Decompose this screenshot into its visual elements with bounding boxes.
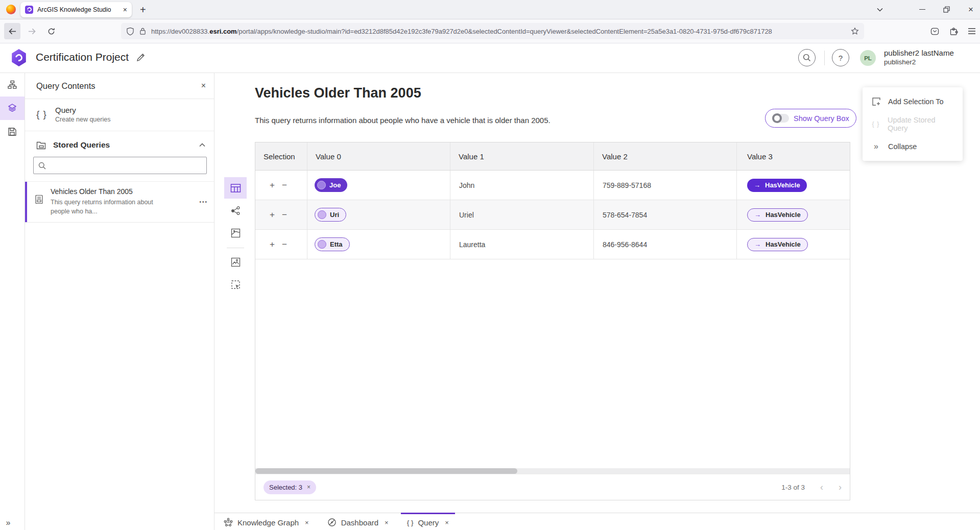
tab-list-chevron-button[interactable] [869, 0, 891, 19]
relationship-pill[interactable]: → HasVehicle [747, 208, 808, 222]
remove-from-selection-button[interactable]: − [282, 210, 287, 219]
tab-close-icon[interactable]: × [385, 519, 389, 526]
dashed-selection-icon [231, 280, 241, 290]
entity-pill[interactable]: Joe [315, 178, 347, 192]
table-view-button[interactable] [224, 177, 247, 199]
firefox-icon[interactable] [6, 5, 16, 14]
chevron-up-icon[interactable] [199, 143, 205, 147]
avatar[interactable]: PL [860, 50, 876, 66]
new-query-item[interactable]: { } Query Create new queries [25, 99, 214, 131]
entity-dot-icon [317, 181, 326, 189]
tab-close-button[interactable]: × [123, 6, 127, 13]
search-icon [38, 162, 46, 170]
entity-dot-icon [318, 210, 326, 219]
selected-count-chip[interactable]: Selected: 3 × [264, 480, 316, 494]
forward-button[interactable] [23, 23, 40, 39]
shield-icon[interactable] [126, 27, 134, 36]
expand-rail-button[interactable]: » [2, 518, 14, 527]
extensions-puzzle-icon[interactable] [945, 23, 962, 39]
add-to-selection-button[interactable]: + [270, 240, 275, 249]
search-input[interactable] [50, 161, 202, 170]
help-button[interactable]: ? [832, 49, 849, 66]
show-query-box-toggle[interactable]: Show Query Box [765, 109, 856, 128]
tab-close-icon[interactable]: × [305, 519, 309, 526]
stored-query-options-button[interactable]: ••• [199, 199, 208, 205]
app-header: Certification Project ? PL publisher2 la… [0, 43, 980, 73]
window-minimize-button[interactable] [911, 0, 934, 19]
add-to-selection-button[interactable]: + [270, 181, 275, 189]
pocket-icon[interactable] [926, 23, 943, 39]
dashboard-icon [327, 518, 337, 527]
menu-item-add-selection-to[interactable]: Add Selection To [863, 90, 963, 113]
url-text[interactable]: https://dev0028833.esri.com/portal/apps/… [151, 28, 846, 35]
sidebar-item-save[interactable] [0, 120, 25, 143]
new-tab-button[interactable]: + [140, 5, 146, 15]
add-to-map-button[interactable] [224, 251, 247, 273]
panel-close-button[interactable]: × [201, 82, 206, 90]
select-region-button[interactable] [224, 274, 247, 295]
user-username: publisher2 [884, 58, 954, 67]
selection-context-menu: Add Selection To { } Update Stored Query… [863, 87, 963, 161]
relationship-pill[interactable]: → HasVehicle [747, 179, 807, 192]
previous-page-button[interactable]: ‹ [820, 483, 823, 492]
header-divider [824, 51, 825, 65]
window-close-button[interactable]: × [960, 0, 980, 19]
browser-tab[interactable]: ArcGIS Knowledge Studio × [20, 2, 132, 17]
relationship-label: HasVehicle [765, 181, 800, 189]
menu-item-collapse[interactable]: » Collapse [863, 135, 963, 158]
back-arrow-icon [8, 28, 17, 35]
stored-queries-search[interactable] [33, 157, 207, 174]
back-button[interactable] [4, 23, 20, 39]
link-chart-icon [231, 206, 241, 215]
user-info[interactable]: publisher2 lastName publisher2 [884, 49, 954, 67]
url-prefix: https://dev0028833. [151, 28, 209, 35]
url-bar[interactable]: https://dev0028833.esri.com/portal/apps/… [121, 23, 864, 39]
cell-value: 759-889-57168 [603, 181, 651, 189]
pagination: 1-3 of 3 ‹ › [781, 483, 842, 492]
add-to-selection-button[interactable]: + [270, 210, 275, 219]
scrollbar-thumb[interactable] [255, 468, 517, 474]
minimize-icon [919, 9, 925, 10]
menu-hamburger-icon[interactable] [964, 23, 980, 39]
map-icon [231, 228, 241, 238]
tab-dashboard[interactable]: Dashboard × [324, 513, 392, 530]
sidebar-item-data-model[interactable] [0, 73, 25, 97]
relationship-label: HasVehicle [766, 211, 801, 219]
tab-query[interactable]: { } Query × [404, 513, 452, 530]
tab-close-icon[interactable]: × [445, 519, 449, 526]
stored-query-doc-icon [34, 195, 44, 216]
hierarchy-icon [8, 80, 17, 89]
menu-item-update-stored-query[interactable]: { } Update Stored Query [863, 113, 963, 135]
folder-icon [36, 141, 46, 150]
remove-from-selection-button[interactable]: − [282, 240, 287, 249]
menu-item-label: Add Selection To [888, 98, 944, 106]
new-query-subtitle: Create new queries [55, 116, 110, 123]
stored-queries-header[interactable]: Stored Queries [25, 131, 214, 156]
app-search-button[interactable] [798, 49, 816, 66]
project-title: Certification Project [36, 51, 129, 63]
entity-pill[interactable]: Uri [315, 208, 346, 222]
tab-knowledge-graph[interactable]: Knowledge Graph × [221, 513, 312, 530]
reload-button[interactable] [43, 23, 59, 39]
entity-pill[interactable]: Etta [315, 237, 350, 251]
bookmark-star-icon[interactable] [851, 27, 859, 35]
clear-selection-icon[interactable]: × [307, 484, 310, 491]
arrow-right-icon: → [754, 240, 761, 248]
url-path: /portal/apps/knowledge-studio/main?id=ed… [237, 28, 772, 35]
lock-icon[interactable] [139, 27, 146, 35]
relationship-pill[interactable]: → HasVehicle [747, 238, 808, 251]
layers-icon [7, 103, 17, 113]
sidebar-item-contents[interactable] [0, 97, 25, 120]
map-view-button[interactable] [224, 222, 247, 244]
forward-arrow-icon [28, 28, 36, 35]
next-page-button[interactable]: › [839, 483, 842, 492]
arcgis-favicon-icon [25, 6, 33, 14]
cell-value: 578-654-7854 [603, 211, 647, 219]
horizontal-scrollbar[interactable] [255, 468, 850, 474]
edit-project-title-button[interactable] [136, 53, 146, 62]
page-title: Vehicles Older Than 2005 [255, 85, 421, 101]
window-restore-button[interactable] [935, 0, 958, 19]
remove-from-selection-button[interactable]: − [282, 181, 287, 189]
link-chart-view-button[interactable] [224, 200, 247, 221]
stored-query-item[interactable]: Vehicles Older Than 2005 This query retu… [25, 181, 214, 223]
